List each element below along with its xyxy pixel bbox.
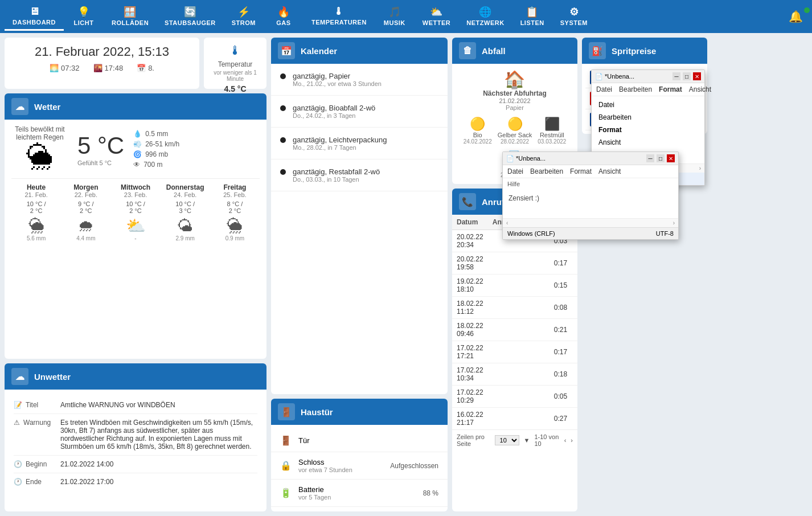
kal-sub: Mo., 21.02., vor etwa 3 Stunden	[293, 80, 382, 87]
nav-system[interactable]: ⚙ SYSTEM	[552, 2, 596, 31]
staubsauger-icon: 🔄	[184, 6, 197, 18]
p2-menu-ansicht[interactable]: Ansicht	[598, 167, 621, 175]
popup1-close[interactable]: ✕	[693, 72, 701, 80]
wetter-stats: 💧 0.5 mm 💨 26-51 km/h 🌀 996 mb 👁 700 m	[133, 130, 179, 169]
uw-value: Amtliche WARNUNG vor WINDBÖEN	[60, 401, 175, 409]
ht-info: Schloss vor etwa 7 Stunden	[298, 458, 383, 473]
rows-per-page-select[interactable]: 10 25 50	[495, 435, 519, 445]
uw-row-icon: ⚠	[14, 419, 20, 427]
top-left-row: 21. Februar 2022, 15:13 🌅 07:32 🌇 17:48 …	[5, 38, 266, 89]
dashboard-icon: 🖥	[29, 6, 40, 18]
ht-icon: 🚪	[280, 435, 292, 446]
scroll-right[interactable]: ›	[699, 165, 701, 171]
wetter-body: Teils bewölkt mit leichtem Regen 🌦 5 °C …	[5, 120, 266, 247]
anruf-dauer: 0:17	[549, 341, 577, 363]
chevron-right-icon[interactable]: ›	[571, 437, 573, 444]
anruf-anrufer	[488, 341, 522, 363]
forecast-weather-icon: 🌧	[61, 216, 110, 235]
listen-icon: 📋	[526, 6, 539, 18]
forecast-day: Freitag 25. Feb. 8 °C /2 °C 🌦 0.9 mm	[210, 183, 260, 241]
abfall-mini-date: 28.02.2022	[498, 138, 532, 145]
uw-label: 🕐 Beginn	[14, 460, 54, 468]
abfall-header: 🗑 Abfall	[452, 38, 577, 64]
kalender-item: ganztägig, Leichtverpackung Mo., 28.02.,…	[271, 128, 448, 159]
anruf-anrufer	[488, 252, 522, 275]
nav-musik[interactable]: 🎵 MUSIK	[375, 2, 415, 31]
abfall-mini-date: 24.02.2022	[464, 138, 492, 145]
chevron-down-icon: ▼	[524, 437, 530, 444]
uw-value: 21.02.2022 14:00	[60, 460, 113, 468]
ht-title: Schloss	[298, 458, 383, 466]
ht-info: Batterie vor 5 Tagen	[298, 485, 416, 501]
calendar-day-display: 📅 8.	[137, 64, 154, 72]
nav-licht[interactable]: 💡 LICHT	[64, 2, 104, 31]
submenu-ansicht[interactable]: Ansicht	[592, 136, 704, 149]
popup2-content[interactable]: Zensiert :)	[503, 190, 678, 218]
p2-menu-datei[interactable]: Datei	[507, 167, 523, 175]
submenu-bearbeiten[interactable]: Bearbeiten	[592, 111, 704, 124]
popup1-maximize[interactable]: □	[683, 72, 691, 80]
popup2-titlebar: 📄 *Unbena... ─ □ ✕	[503, 152, 678, 165]
nav-staubsauger[interactable]: 🔄 STAUBSAUGER	[157, 2, 224, 31]
anruf-datum: 18.02.22 09:46	[452, 319, 488, 341]
forecast-day-rain: 5.6 mm	[11, 235, 61, 241]
p2-menu-bearbeiten[interactable]: Bearbeiten	[530, 167, 563, 175]
haustur-icon: 🚪	[278, 403, 295, 420]
wind-stat: 💨 26-51 km/h	[133, 140, 179, 148]
uw-value: 21.02.2022 17:00	[60, 478, 113, 486]
wetter-nav-icon: ⛅	[430, 6, 443, 18]
popup2-maximize[interactable]: □	[657, 154, 665, 162]
submenu-datei[interactable]: Datei	[592, 99, 704, 111]
uw-label: 🕐 Ende	[14, 478, 54, 486]
p2-menu-format[interactable]: Format	[570, 167, 592, 175]
forecast-day-rain: 2.9 mm	[161, 235, 210, 241]
nav-temperaturen[interactable]: 🌡 TEMPERATUREN	[304, 2, 375, 31]
uw-row-icon: 📝	[14, 401, 22, 409]
forecast-day-temp: 10 °C /2 °C	[110, 200, 160, 214]
uw-value: Es treten Windböen mit Geschwindigkeiten…	[60, 419, 257, 451]
popup2-minimize[interactable]: ─	[646, 154, 654, 162]
anruf-anrufer	[488, 408, 522, 430]
thermometer-icon: 🌡	[210, 43, 261, 58]
nav-strom[interactable]: ⚡ STROM	[224, 2, 264, 31]
p2-scroll-left[interactable]: ‹	[506, 220, 508, 226]
popup2-footer: Windows (CRLF) UTF-8	[503, 227, 678, 239]
menu-ansicht[interactable]: Ansicht	[689, 85, 711, 93]
popup2-win-buttons: ─ □ ✕	[646, 154, 675, 162]
anruf-row: 16.02.22 21:17 0:27	[452, 408, 577, 430]
chevron-left-icon[interactable]: ‹	[564, 437, 567, 444]
menu-datei[interactable]: Datei	[596, 85, 612, 93]
notification-bell[interactable]: 🔔	[789, 10, 807, 23]
notification-badge	[804, 7, 810, 13]
nav-gas[interactable]: 🔥 GAS	[264, 2, 304, 31]
nav-listen[interactable]: 📋 LISTEN	[512, 2, 552, 31]
unwetter-card: ☁ Unwetter 📝 Titel Amtliche WARNUNG vor …	[5, 363, 266, 511]
popup1-minimize[interactable]: ─	[672, 72, 680, 80]
kal-title: ganztägig, Bioabfall 2-wö	[293, 104, 375, 112]
system-icon: ⚙	[569, 6, 579, 18]
kalender-card: 📅 Kalender ganztägig, Papier Mo., 21.02.…	[271, 38, 448, 394]
anruf-row: 18.02.22 11:12 0:08	[452, 297, 577, 319]
menu-bearbeiten[interactable]: Bearbeiten	[619, 85, 652, 93]
nav-dashboard[interactable]: 🖥 DASHBOARD	[5, 2, 64, 31]
forecast-day-rain: 0.9 mm	[210, 235, 260, 241]
abfall-mini-date: 03.03.2022	[538, 138, 566, 145]
forecast-day: Morgen 22. Feb. 9 °C /2 °C 🌧 4.4 mm	[61, 183, 110, 241]
forecast-day: Heute 21. Feb. 10 °C /2 °C 🌦 5.6 mm	[11, 183, 61, 241]
abfall-mini-item: 🟡 Bio 24.02.2022	[464, 117, 492, 145]
popup2-close[interactable]: ✕	[667, 154, 675, 162]
nav-netzwerk[interactable]: 🌐 NETZWERK	[458, 2, 512, 31]
abfall-icon: 🗑	[459, 42, 476, 59]
abfall-mini-label: Restmüll	[538, 132, 566, 138]
menu-format[interactable]: Format	[659, 85, 682, 93]
netzwerk-icon: 🌐	[479, 6, 492, 18]
submenu-format[interactable]: Format	[592, 124, 704, 136]
rain-stat: 💧 0.5 mm	[133, 130, 179, 138]
unwetter-row: 📝 Titel Amtliche WARNUNG vor WINDBÖEN	[14, 396, 257, 414]
nav-wetter[interactable]: ⛅ WETTER	[415, 2, 458, 31]
musik-icon: 🎵	[388, 6, 401, 18]
p2-scroll-right[interactable]: ›	[673, 220, 675, 226]
nav-rolladen[interactable]: 🪟 ROLLÄDEN	[104, 2, 157, 31]
abfall-mini-label: Bio	[464, 132, 492, 138]
datetime-main: 21. Februar 2022, 15:13	[14, 44, 190, 59]
